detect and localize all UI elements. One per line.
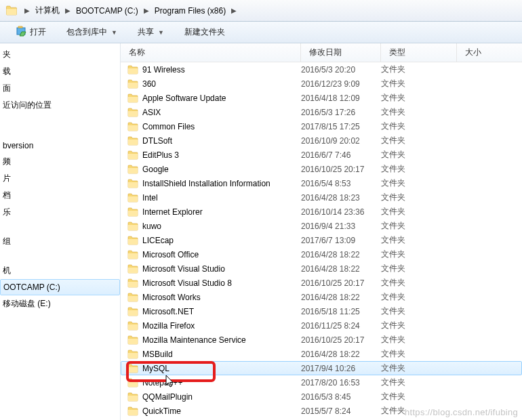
folder-icon	[127, 79, 138, 89]
file-row[interactable]: LICEcap2017/6/7 13:09文件夹	[121, 233, 522, 247]
sidebar-item[interactable]: 频	[0, 153, 120, 170]
sidebar-item[interactable]: 机	[0, 262, 120, 279]
watermark: https://blog.csdn.net/ifubing	[405, 407, 518, 417]
sidebar-item-label: 近访问的位置	[3, 100, 52, 111]
file-type: 文件夹	[381, 92, 457, 104]
file-row[interactable]: Common Files2017/8/15 17:25文件夹	[121, 119, 522, 133]
sidebar-item[interactable]: OOTCAMP (C:)	[0, 279, 120, 295]
folder-icon	[127, 293, 138, 302]
sidebar-item[interactable]: 移动磁盘 (E:)	[0, 295, 120, 312]
breadcrumb-drive[interactable]: BOOTCAMP (C:)	[73, 5, 141, 17]
sidebar-item[interactable]: 乐	[0, 204, 120, 221]
sidebar-item[interactable]: 载	[0, 63, 120, 80]
chevron-right-icon[interactable]: ▶	[230, 7, 238, 14]
file-row[interactable]: ASIX2016/5/3 17:26文件夹	[121, 105, 522, 119]
column-name[interactable]: 名称	[121, 43, 301, 62]
file-date: 2016/4/28 18:22	[301, 264, 381, 274]
file-name: Intel	[142, 193, 158, 203]
file-row[interactable]: MySQL2017/9/4 10:26文件夹	[121, 361, 522, 375]
chevron-right-icon[interactable]: ▶	[64, 7, 72, 14]
file-row[interactable]: InstallShield Installation Information20…	[121, 176, 522, 190]
file-name: InstallShield Installation Information	[142, 179, 270, 188]
file-date: 2016/5/3 20:20	[301, 65, 381, 75]
file-row[interactable]: Microsoft Office2016/4/28 18:22文件夹	[121, 247, 522, 261]
file-row[interactable]: Apple Software Update2016/4/18 12:09文件夹	[121, 91, 522, 105]
open-label: 打开	[30, 26, 46, 38]
open-icon	[16, 26, 27, 39]
file-date: 2015/5/7 8:24	[301, 406, 381, 416]
sidebar-item-label: 夹	[3, 49, 11, 60]
file-row[interactable]: Internet Explorer2016/10/14 23:36文件夹	[121, 205, 522, 219]
file-row[interactable]: Microsoft Visual Studio2016/4/28 18:22文件…	[121, 261, 522, 276]
file-row[interactable]: Mozilla Maintenance Service2016/10/25 20…	[121, 333, 522, 347]
file-type: 文件夹	[381, 234, 457, 246]
breadcrumb-computer[interactable]: 计算机	[33, 3, 62, 18]
folder-icon	[127, 278, 138, 288]
file-row[interactable]: kuwo2016/9/4 21:33文件夹	[121, 219, 522, 233]
sidebar-item[interactable]: 片	[0, 170, 120, 187]
file-type: 文件夹	[381, 163, 457, 175]
folder-icon	[127, 406, 138, 416]
file-date: 2016/4/28 18:22	[301, 250, 381, 259]
file-name: Mozilla Firefox	[142, 321, 195, 331]
file-row[interactable]: Microsoft Works2016/4/28 18:22文件夹	[121, 290, 522, 304]
file-row[interactable]: Intel2016/4/28 18:23文件夹	[121, 190, 522, 205]
file-type: 文件夹	[381, 391, 457, 402]
breadcrumb: ▶ 计算机 ▶ BOOTCAMP (C:) ▶ Program Files (x…	[0, 0, 522, 22]
file-row[interactable]: 91 Wireless2016/5/3 20:20文件夹	[121, 62, 522, 77]
file-row[interactable]: Mozilla Firefox2016/11/25 8:24文件夹	[121, 318, 522, 333]
folder-icon	[127, 307, 138, 316]
file-row[interactable]: EditPlus 32016/6/7 7:46文件夹	[121, 148, 522, 162]
sidebar-item[interactable]: bversion	[0, 138, 120, 153]
file-date: 2016/10/25 20:17	[301, 278, 381, 288]
column-size[interactable]: 大小	[457, 43, 522, 62]
file-type: 文件夹	[381, 263, 457, 274]
file-row[interactable]: MSBuild2016/4/28 18:22文件夹	[121, 347, 522, 361]
file-row[interactable]: QQMailPlugin2016/5/3 8:45文件夹	[121, 390, 522, 404]
file-row[interactable]: Microsoft Visual Studio 82016/10/25 20:1…	[121, 276, 522, 290]
file-row[interactable]: DTLSoft2016/10/9 20:02文件夹	[121, 133, 522, 148]
file-date: 2016/4/28 18:22	[301, 293, 381, 302]
sidebar-item[interactable]: 组	[0, 233, 120, 250]
sidebar-item[interactable]: 夹	[0, 46, 120, 63]
file-date: 2017/8/20 16:53	[301, 378, 381, 387]
folder-icon	[127, 335, 138, 345]
file-name: DTLSoft	[142, 136, 172, 146]
file-date: 2016/10/25 20:17	[301, 335, 381, 345]
share-button[interactable]: 共享▼	[134, 25, 168, 39]
include-label: 包含到库中	[66, 26, 107, 38]
file-list-pane: 名称 修改日期 类型 大小 91 Wireless2016/5/3 20:20文…	[121, 43, 522, 420]
folder-icon	[127, 392, 138, 402]
file-date: 2016/5/4 8:53	[301, 179, 381, 188]
file-name: Microsoft Office	[142, 250, 199, 259]
column-type[interactable]: 类型	[381, 43, 457, 62]
folder-icon	[127, 236, 138, 245]
breadcrumb-folder[interactable]: Program Files (x86)	[152, 5, 228, 17]
file-name: Mozilla Maintenance Service	[142, 335, 246, 345]
file-row[interactable]: Notepad++2017/8/20 16:53文件夹	[121, 375, 522, 390]
file-row[interactable]: Google2016/10/25 20:17文件夹	[121, 162, 522, 176]
file-date: 2016/12/23 9:09	[301, 79, 381, 89]
file-date: 2016/5/3 17:26	[301, 108, 381, 117]
sidebar-item[interactable]: 面	[0, 80, 120, 97]
file-name: EditPlus 3	[142, 150, 179, 160]
folder-icon	[127, 250, 138, 259]
chevron-right-icon[interactable]: ▶	[23, 7, 31, 14]
file-row[interactable]: Microsoft.NET2016/5/18 11:25文件夹	[121, 304, 522, 318]
file-type: 文件夹	[381, 192, 457, 203]
sidebar-item[interactable]: 档	[0, 187, 120, 204]
include-library-button[interactable]: 包含到库中▼	[62, 25, 121, 39]
column-headers: 名称 修改日期 类型 大小	[121, 43, 522, 62]
file-date: 2016/10/25 20:17	[301, 165, 381, 174]
new-folder-button[interactable]: 新建文件夹	[180, 25, 229, 39]
file-list[interactable]: 91 Wireless2016/5/3 20:20文件夹3602016/12/2…	[121, 62, 522, 420]
file-date: 2016/9/4 21:33	[301, 222, 381, 231]
new-folder-label: 新建文件夹	[184, 26, 225, 38]
column-date[interactable]: 修改日期	[301, 43, 381, 62]
file-row[interactable]: 3602016/12/23 9:09文件夹	[121, 77, 522, 91]
chevron-right-icon[interactable]: ▶	[142, 7, 150, 14]
file-name: Microsoft Visual Studio 8	[142, 278, 232, 288]
sidebar-item-label: 移动磁盘 (E:)	[3, 298, 51, 310]
sidebar-item[interactable]: 近访问的位置	[0, 97, 120, 114]
open-button[interactable]: 打开	[12, 24, 50, 40]
